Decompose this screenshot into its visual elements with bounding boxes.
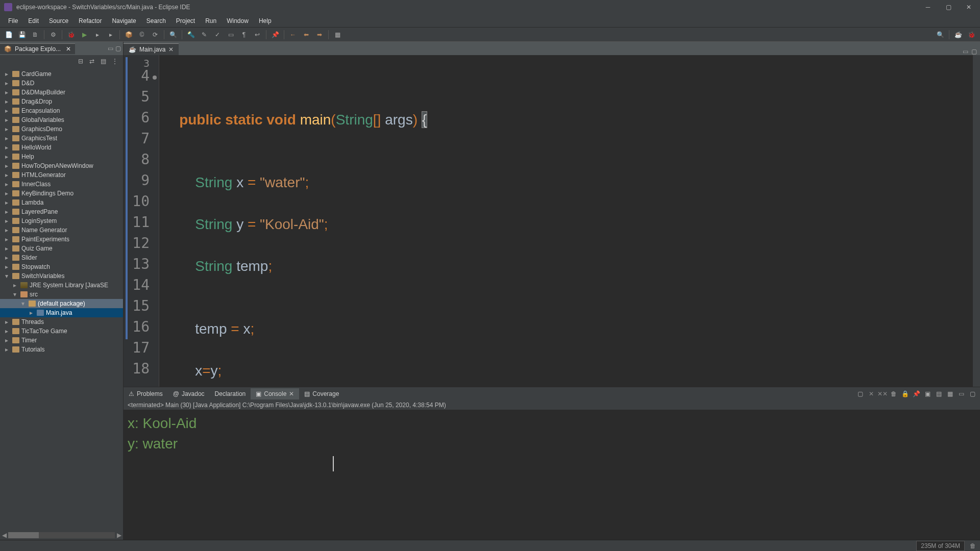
code-editor[interactable]: 3 4 5 6 7 8 9 10 11 12 13 14 15 16 17 18…	[124, 55, 980, 387]
package-explorer-tab[interactable]: 📦 Package Explo... ✕	[0, 43, 75, 54]
tab-coverage[interactable]: ▤Coverage	[299, 388, 344, 399]
menu-edit[interactable]: Edit	[23, 15, 44, 27]
javadoc-icon: @	[173, 390, 179, 397]
tab-declaration[interactable]: Declaration	[210, 388, 251, 399]
minimize-button[interactable]: ─	[921, 2, 935, 12]
tree-label: Slider	[21, 254, 37, 261]
save-button[interactable]: 💾	[16, 29, 28, 40]
maximize-panel-button[interactable]: ▢	[968, 389, 977, 398]
tree-label: JRE System Library [JavaSE	[30, 282, 108, 289]
misc-button[interactable]: ▦	[332, 29, 343, 40]
toggle-mark-button[interactable]: ✓	[212, 29, 223, 40]
maximize-button[interactable]: ▢	[941, 2, 955, 12]
line-number: 6	[124, 109, 159, 130]
new-package-button[interactable]: 📦	[123, 29, 134, 40]
heap-status[interactable]: 235M of 304M	[916, 541, 965, 551]
minimize-panel-button[interactable]: ▭	[957, 389, 966, 398]
refresh-button[interactable]: ⟳	[150, 29, 161, 40]
menu-window[interactable]: Window	[222, 15, 254, 27]
back-button[interactable]: ←	[287, 29, 299, 40]
tab-javadoc[interactable]: @Javadoc	[168, 388, 210, 399]
gc-button[interactable]: 🗑	[970, 542, 976, 549]
toggle-word-wrap-button[interactable]: ↩	[252, 29, 263, 40]
link-editor-icon[interactable]: ⇄	[89, 58, 97, 66]
line-number: 10	[124, 193, 159, 214]
project-tree[interactable]: ▸CardGame ▸D&D ▸D&DMapBuilder ▸Drag&Drop…	[0, 68, 123, 531]
tree-label: Timer	[21, 337, 37, 344]
scroll-lock-button[interactable]: 🔒	[900, 389, 910, 398]
perspective-debug-button[interactable]: 🐞	[966, 29, 977, 40]
toggle-block-button[interactable]: ▭	[225, 29, 236, 40]
minimize-view-button[interactable]: ▭	[108, 45, 113, 52]
menu-file[interactable]: File	[3, 15, 23, 27]
tree-label: Help	[21, 153, 34, 160]
show-whitespace-button[interactable]: ¶	[238, 29, 250, 40]
new-class-button[interactable]: ©	[136, 29, 148, 40]
close-tab-button[interactable]: ✕	[168, 46, 174, 53]
sidebar-hscrollbar[interactable]: ◀▶	[0, 531, 123, 540]
open-type-button[interactable]: 🔍	[167, 29, 179, 40]
line-number: 7	[124, 130, 159, 151]
build-button[interactable]: ⚙	[47, 29, 59, 40]
menu-run[interactable]: Run	[200, 15, 222, 27]
save-all-button[interactable]: 🗎	[30, 29, 41, 40]
tree-label: HTMLGenerator	[21, 171, 66, 179]
perspective-java-button[interactable]: ☕	[952, 29, 964, 40]
remove-all-button[interactable]: ✕✕	[878, 389, 887, 398]
quick-access-button[interactable]: 🔍	[935, 29, 946, 40]
console-output[interactable]: x: Kool-Aid y: water	[124, 410, 980, 540]
overview-ruler[interactable]	[973, 55, 980, 387]
debug-button[interactable]: 🐞	[65, 29, 77, 40]
line-number: 8	[124, 151, 159, 172]
editor-tab-main[interactable]: ☕ Main.java ✕	[124, 43, 179, 55]
tree-label: GraphicsTest	[21, 135, 57, 142]
search-button[interactable]: 🔦	[185, 29, 197, 40]
collapse-all-icon[interactable]: ⊟	[78, 58, 86, 66]
view-menu-icon[interactable]: ⋮	[112, 58, 120, 66]
package-explorer: 📦 Package Explo... ✕ ▭ ▢ ⊟ ⇄ ▤ ⋮ ▸CardGa…	[0, 42, 124, 540]
run-button[interactable]: ▶	[79, 29, 90, 40]
menu-source[interactable]: Source	[44, 15, 74, 27]
selected-file[interactable]: ▸Main.java	[0, 308, 123, 317]
coverage-button[interactable]: ▸	[92, 29, 103, 40]
terminate-button[interactable]: ▢	[855, 389, 865, 398]
nav-fwd-button[interactable]: ➡	[314, 29, 325, 40]
tab-console[interactable]: ▣Console✕	[251, 388, 299, 399]
minimize-editor-button[interactable]: ▭	[963, 48, 968, 55]
new-console-button[interactable]: ▦	[945, 389, 954, 398]
run-last-button[interactable]: ▸	[105, 29, 116, 40]
pin-console-button[interactable]: 📌	[912, 389, 921, 398]
editor-tabs: ☕ Main.java ✕ ▭ ▢	[124, 42, 980, 55]
line-number-gutter: 3 4 5 6 7 8 9 10 11 12 13 14 15 16 17 18	[124, 55, 159, 387]
open-console-button[interactable]: ▤	[934, 389, 943, 398]
new-button[interactable]: 📄	[3, 29, 14, 40]
nav-back-button[interactable]: ⬅	[301, 29, 312, 40]
coverage-icon: ▤	[304, 390, 310, 397]
line-number: 18	[124, 360, 159, 381]
tree-label: KeyBindings Demo	[21, 190, 74, 197]
maximize-editor-button[interactable]: ▢	[971, 48, 977, 55]
java-file-icon: ☕	[129, 46, 136, 53]
annotate-button[interactable]: ✎	[199, 29, 210, 40]
clear-console-button[interactable]: 🗑	[889, 389, 898, 398]
menu-refactor[interactable]: Refactor	[74, 15, 107, 27]
tab-problems[interactable]: ⚠Problems	[124, 388, 168, 399]
menu-navigate[interactable]: Navigate	[107, 15, 141, 27]
tree-label: Name Generator	[21, 227, 67, 234]
line-number: 11	[124, 214, 159, 235]
code-content[interactable]: public static void main(String[] args) {…	[159, 55, 973, 387]
display-console-button[interactable]: ▣	[923, 389, 932, 398]
focus-task-icon[interactable]: ▤	[101, 58, 109, 66]
editor-tab-label: Main.java	[139, 46, 165, 53]
maximize-view-button[interactable]: ▢	[115, 45, 121, 52]
tree-label: HelloWorld	[21, 144, 51, 151]
close-console-button[interactable]: ✕	[289, 390, 294, 397]
menu-search[interactable]: Search	[141, 15, 171, 27]
close-window-button[interactable]: ✕	[962, 2, 976, 12]
pin-editor-button[interactable]: 📌	[270, 29, 281, 40]
menu-help[interactable]: Help	[254, 15, 277, 27]
tree-label: D&D	[21, 80, 34, 87]
menu-project[interactable]: Project	[171, 15, 200, 27]
remove-launch-button[interactable]: ✕	[867, 389, 876, 398]
close-view-button[interactable]: ✕	[66, 45, 71, 53]
